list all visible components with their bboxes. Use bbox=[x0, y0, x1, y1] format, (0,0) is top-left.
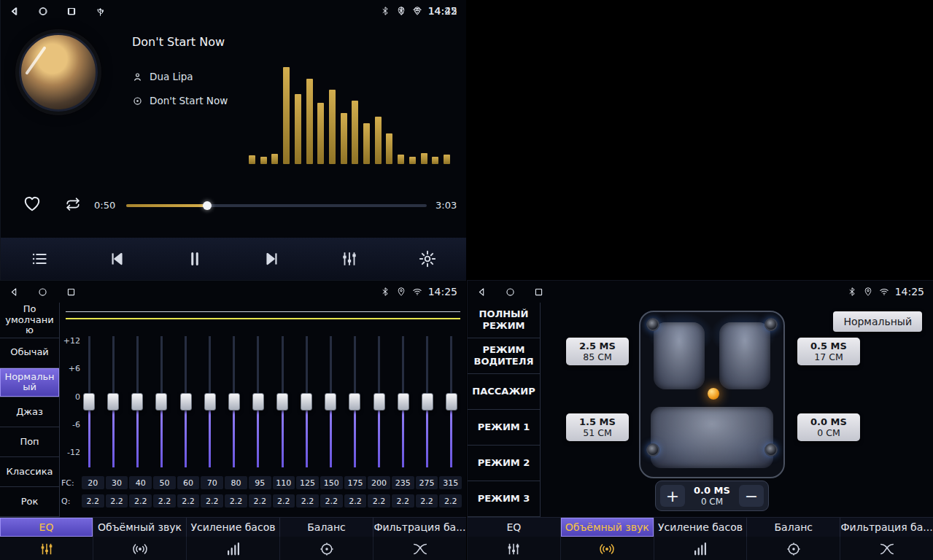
eq-preset-normal[interactable]: Нормальный bbox=[0, 368, 59, 398]
listening-position-marker[interactable] bbox=[708, 388, 719, 400]
pause-icon[interactable] bbox=[185, 249, 204, 268]
eq-band-slider[interactable] bbox=[228, 336, 240, 467]
bass-tab-icon[interactable] bbox=[654, 537, 748, 560]
wifi-icon bbox=[879, 287, 889, 297]
eq-band-slider[interactable] bbox=[398, 336, 409, 467]
tab-eq[interactable]: EQ bbox=[0, 518, 93, 537]
home-icon[interactable] bbox=[505, 287, 516, 298]
eq-band-slider[interactable] bbox=[252, 336, 264, 467]
eq-preset-rock[interactable]: Рок bbox=[0, 487, 59, 517]
eq-band-slider[interactable] bbox=[83, 336, 95, 467]
eq-band-slider[interactable] bbox=[446, 336, 457, 467]
fc-value: 315 bbox=[439, 476, 462, 489]
q-value: 2.2 bbox=[225, 494, 247, 508]
settings-icon[interactable] bbox=[418, 249, 437, 268]
mode-full[interactable]: ПОЛНЫЙ РЕЖИМ bbox=[468, 303, 540, 338]
equalizer-screen: 14:25 По умолчанию Обычай Нормальный Джа… bbox=[0, 280, 466, 560]
surround-tab-icon[interactable] bbox=[93, 537, 187, 560]
eq-tab-icon[interactable] bbox=[468, 537, 561, 560]
eq-band-slider[interactable] bbox=[180, 336, 192, 467]
surround-screen: 14:25 ПОЛНЫЙ РЕЖИМ РЕЖИМ ВОДИТЕЛЯ ПАССАЖ… bbox=[467, 280, 933, 560]
recents-icon[interactable] bbox=[533, 287, 544, 298]
eq-preset-jazz[interactable]: Джаз bbox=[0, 397, 59, 427]
eq-band-slider[interactable] bbox=[276, 336, 288, 467]
progress-knob[interactable] bbox=[203, 201, 212, 210]
eq-band-slider[interactable] bbox=[373, 336, 385, 467]
total-time: 3:03 bbox=[435, 200, 457, 211]
q-value: 2.2 bbox=[249, 494, 271, 508]
tab-filter[interactable]: Фильтрация ба... bbox=[373, 518, 466, 537]
fc-value: 20 bbox=[82, 476, 104, 489]
favorite-icon[interactable] bbox=[23, 194, 42, 213]
back-icon[interactable] bbox=[9, 6, 20, 17]
q-value: 2.2 bbox=[106, 494, 128, 508]
eq-band-slider[interactable] bbox=[155, 336, 167, 467]
rear-left-delay-button[interactable]: 1.5 MS 51 CM bbox=[566, 413, 629, 441]
eq-band-slider[interactable] bbox=[301, 336, 312, 467]
eq-band-slider[interactable] bbox=[349, 336, 360, 467]
prev-track-icon[interactable] bbox=[107, 249, 126, 268]
rear-right-delay-button[interactable]: 0.0 MS 0 CM bbox=[797, 413, 860, 441]
recents-icon[interactable] bbox=[66, 6, 77, 17]
audio-tabs: EQ Объёмный звук Усиление басов Баланс Ф… bbox=[0, 517, 466, 537]
tab-bass-boost[interactable]: Усиление басов bbox=[187, 518, 280, 537]
front-right-speaker-icon bbox=[764, 318, 778, 331]
tab-filter[interactable]: Фильтрация ба... bbox=[840, 518, 933, 537]
repeat-icon[interactable] bbox=[65, 196, 81, 212]
bluetooth-icon bbox=[847, 287, 857, 297]
driver-seat bbox=[654, 322, 705, 389]
audio-tabs: EQ Объёмный звук Усиление басов Баланс Ф… bbox=[468, 517, 933, 537]
eq-tab-icon[interactable] bbox=[0, 537, 93, 560]
eq-band-slider[interactable] bbox=[325, 336, 336, 467]
eq-band-slider[interactable] bbox=[422, 336, 433, 467]
surround-preset-button[interactable]: Нормальный bbox=[833, 311, 922, 332]
spectrum-bar bbox=[375, 117, 382, 164]
balance-tab-icon[interactable] bbox=[280, 537, 373, 560]
progress-bar[interactable] bbox=[126, 204, 427, 207]
mode-passenger[interactable]: ПАССАЖИР bbox=[468, 374, 540, 410]
tab-balance[interactable]: Баланс bbox=[280, 518, 373, 537]
eq-preset-custom[interactable]: Обычай bbox=[0, 338, 59, 368]
eq-band-slider[interactable] bbox=[107, 336, 119, 467]
eq-preset-default[interactable]: По умолчанию bbox=[0, 303, 59, 338]
location-icon bbox=[412, 6, 422, 16]
spectrum-bar bbox=[386, 133, 392, 164]
delay-decrease-button[interactable]: − bbox=[739, 485, 764, 507]
eq-band-slider[interactable] bbox=[131, 336, 143, 467]
mode-3[interactable]: РЕЖИМ 3 bbox=[468, 481, 540, 517]
mixer-icon[interactable] bbox=[340, 249, 359, 268]
home-icon[interactable] bbox=[37, 287, 48, 298]
back-icon[interactable] bbox=[476, 287, 487, 298]
filter-tab-icon[interactable] bbox=[840, 537, 933, 560]
status-time: 14:25 bbox=[428, 286, 457, 298]
bass-tab-icon[interactable] bbox=[187, 537, 280, 560]
mode-driver[interactable]: РЕЖИМ ВОДИТЕЛЯ bbox=[468, 338, 540, 374]
front-left-delay-button[interactable]: 2.5 MS 85 CM bbox=[566, 338, 629, 365]
spectrum-bar bbox=[295, 94, 301, 164]
fc-value: 70 bbox=[201, 476, 223, 489]
eq-preset-classic[interactable]: Классика bbox=[0, 457, 59, 487]
car-cabin-view bbox=[639, 311, 785, 478]
eq-preset-pop[interactable]: Поп bbox=[0, 427, 59, 457]
mode-2[interactable]: РЕЖИМ 2 bbox=[468, 446, 540, 481]
balance-tab-icon[interactable] bbox=[747, 537, 840, 560]
eq-band-slider[interactable] bbox=[204, 336, 216, 467]
recents-icon[interactable] bbox=[66, 287, 77, 298]
tab-surround[interactable]: Объёмный звук bbox=[93, 518, 187, 537]
home-icon[interactable] bbox=[38, 6, 49, 17]
tab-balance[interactable]: Баланс bbox=[747, 518, 840, 537]
music-player-screen: 14:42 Don't Start Now Dua Lipa Don't Sta… bbox=[0, 0, 466, 280]
surround-tab-icon[interactable] bbox=[561, 537, 654, 560]
back-icon[interactable] bbox=[9, 287, 20, 298]
tab-bass-boost[interactable]: Усиление басов bbox=[654, 518, 748, 537]
playlist-icon[interactable] bbox=[30, 249, 49, 268]
tab-eq[interactable]: EQ bbox=[468, 518, 561, 537]
mode-1[interactable]: РЕЖИМ 1 bbox=[468, 410, 540, 446]
front-right-delay-button[interactable]: 0.5 MS 17 CM bbox=[797, 338, 860, 365]
tab-surround[interactable]: Объёмный звук bbox=[561, 518, 654, 537]
next-track-icon[interactable] bbox=[263, 249, 282, 268]
delay-increase-button[interactable]: + bbox=[660, 485, 685, 507]
spectrum-bar bbox=[444, 155, 450, 164]
fc-value: 275 bbox=[416, 476, 438, 489]
filter-tab-icon[interactable] bbox=[373, 537, 466, 560]
